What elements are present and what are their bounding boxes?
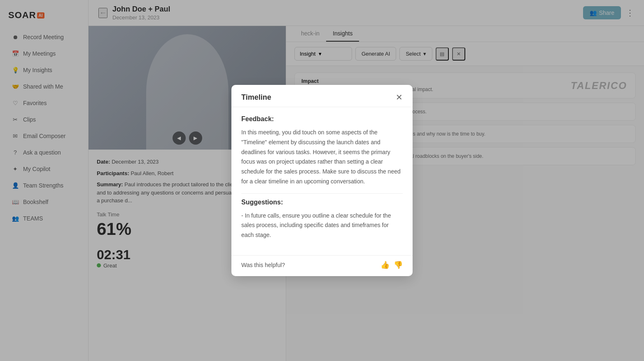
modal-header: Timeline ✕: [231, 85, 413, 107]
helpful-buttons: 👍 👎: [380, 260, 403, 270]
modal-close-button[interactable]: ✕: [396, 93, 403, 101]
modal-body: Feedback: In this meeting, you did touch…: [231, 107, 413, 255]
suggestions-heading: Suggestions:: [241, 199, 403, 206]
thumbs-up-button[interactable]: 👍: [380, 260, 390, 270]
suggestion-text: - In future calls, ensure you outline a …: [241, 211, 403, 240]
feedback-text: In this meeting, you did touch on some a…: [241, 128, 403, 187]
modal-title: Timeline: [241, 93, 271, 102]
thumbs-down-button[interactable]: 👎: [394, 260, 403, 270]
helpful-label: Was this helpful?: [241, 262, 285, 268]
timeline-modal: Timeline ✕ Feedback: In this meeting, yo…: [231, 85, 413, 276]
modal-overlay[interactable]: Timeline ✕ Feedback: In this meeting, yo…: [0, 0, 644, 361]
modal-divider: [241, 193, 403, 194]
modal-footer: Was this helpful? 👍 👎: [231, 255, 413, 276]
feedback-heading: Feedback:: [241, 115, 403, 123]
